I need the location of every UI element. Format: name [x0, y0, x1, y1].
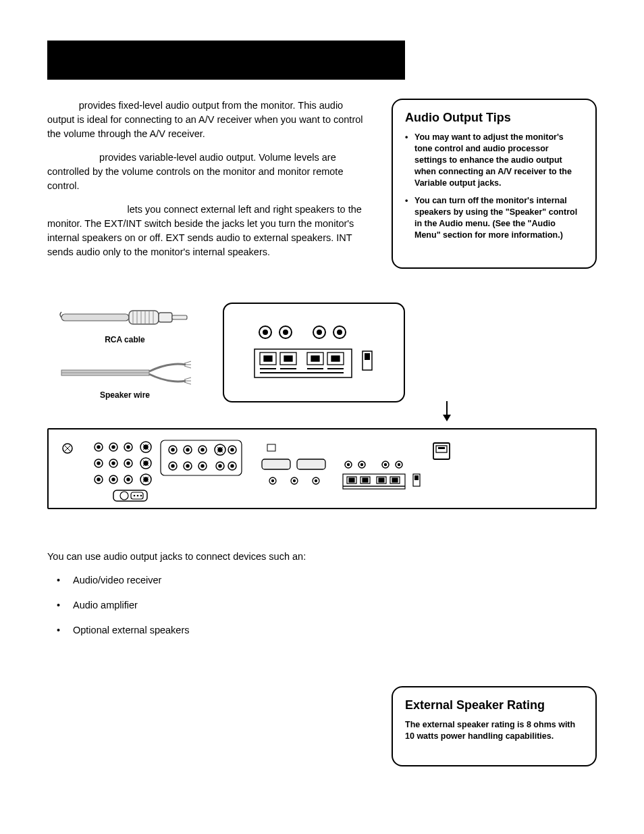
uses-item: Optional external speakers — [47, 623, 597, 637]
svg-rect-123 — [379, 478, 384, 482]
svg-point-95 — [201, 465, 204, 467]
svg-point-62 — [127, 462, 130, 465]
svg-point-112 — [361, 464, 363, 466]
svg-rect-132 — [113, 490, 147, 501]
svg-point-89 — [231, 448, 234, 451]
svg-point-48 — [97, 446, 100, 448]
intro-row: FIXED provides fixed-level audio output … — [47, 99, 597, 269]
svg-line-17 — [184, 382, 191, 384]
svg-point-104 — [272, 480, 274, 482]
speaker-wire-label: Speaker wire — [100, 390, 150, 400]
svg-point-99 — [231, 465, 234, 467]
svg-point-68 — [97, 478, 100, 481]
svg-point-72 — [127, 478, 130, 481]
tips-list: You may want to adjust the monitor's ton… — [405, 132, 583, 241]
svg-point-136 — [137, 495, 139, 497]
svg-point-21 — [284, 330, 288, 334]
svg-point-25 — [338, 330, 342, 334]
svg-line-14 — [184, 366, 191, 368]
svg-rect-0 — [61, 314, 129, 321]
svg-point-19 — [263, 330, 267, 334]
svg-point-50 — [112, 446, 115, 448]
rating-text: The external speaker rating is 8 ohms wi… — [405, 719, 583, 742]
svg-point-79 — [171, 448, 174, 451]
intro-text: FIXED provides fixed-level audio output … — [47, 99, 370, 269]
tip-item: You can turn off the monitor's internal … — [405, 195, 583, 241]
svg-rect-100 — [262, 459, 290, 469]
svg-point-23 — [317, 330, 321, 334]
speaker-wire-icon — [57, 358, 192, 388]
uses-section: You can use audio output jacks to connec… — [47, 550, 597, 637]
variable-paragraph: VARIABLE provides variable-level audio o… — [47, 151, 370, 193]
svg-rect-32 — [311, 356, 319, 361]
svg-marker-43 — [443, 415, 451, 421]
tip-item: You may want to adjust the monitor's ton… — [405, 132, 583, 188]
svg-point-108 — [315, 480, 317, 482]
rear-panel-icon — [58, 435, 585, 502]
svg-rect-119 — [349, 478, 354, 482]
cable-illustrations: RCA cable Speaker wire — [47, 303, 203, 413]
panel-zoom-icon — [233, 312, 395, 393]
svg-rect-121 — [363, 478, 368, 482]
svg-rect-102 — [267, 444, 275, 451]
svg-point-91 — [171, 465, 174, 467]
rca-cable-icon — [57, 303, 192, 332]
speakers-out-paragraph: SPEAKERS OUT lets you connect external l… — [47, 203, 370, 259]
svg-rect-125 — [392, 478, 398, 482]
rear-panel — [47, 428, 597, 509]
rca-cable-label: RCA cable — [105, 335, 145, 344]
svg-rect-128 — [414, 475, 419, 480]
svg-point-83 — [201, 448, 204, 451]
svg-line-12 — [184, 361, 191, 363]
svg-point-60 — [112, 462, 115, 465]
svg-point-81 — [186, 448, 189, 451]
svg-rect-101 — [297, 459, 325, 469]
svg-rect-9 — [172, 315, 187, 319]
svg-line-15 — [184, 377, 191, 380]
audio-output-tips-box: Audio Output Tips You may want to adjust… — [392, 99, 597, 269]
audio-output-panel-zoom — [223, 303, 405, 402]
uses-item: Audio amplifier — [47, 598, 597, 613]
svg-point-58 — [97, 462, 100, 465]
uses-item: Audio/video receiver — [47, 573, 597, 588]
svg-point-52 — [127, 446, 130, 448]
svg-point-114 — [385, 464, 387, 466]
diagram-area: RCA cable Speaker wire — [47, 303, 597, 509]
svg-rect-34 — [331, 356, 340, 361]
tips-title: Audio Output Tips — [405, 111, 583, 125]
svg-rect-131 — [438, 447, 445, 449]
svg-point-116 — [398, 464, 400, 466]
svg-rect-8 — [159, 313, 172, 322]
svg-rect-28 — [264, 356, 272, 361]
uses-list: Audio/video receiver Audio amplifier Opt… — [47, 573, 597, 637]
fixed-paragraph: FIXED provides fixed-level audio output … — [47, 99, 370, 141]
diagram-arrow — [297, 402, 597, 421]
svg-point-97 — [219, 465, 221, 467]
svg-point-137 — [140, 495, 142, 497]
section-title-bar: Audio Output — [47, 41, 405, 80]
external-speaker-rating-box: External Speaker Rating The external spe… — [392, 686, 597, 766]
svg-rect-30 — [284, 356, 292, 361]
svg-rect-41 — [365, 353, 370, 360]
svg-rect-1 — [129, 311, 159, 324]
svg-point-110 — [348, 464, 350, 466]
uses-intro: You can use audio output jacks to connec… — [47, 550, 597, 564]
svg-point-93 — [186, 465, 189, 467]
rating-title: External Speaker Rating — [405, 698, 583, 712]
svg-point-135 — [134, 495, 136, 497]
svg-point-106 — [294, 480, 296, 482]
svg-point-70 — [112, 478, 115, 481]
